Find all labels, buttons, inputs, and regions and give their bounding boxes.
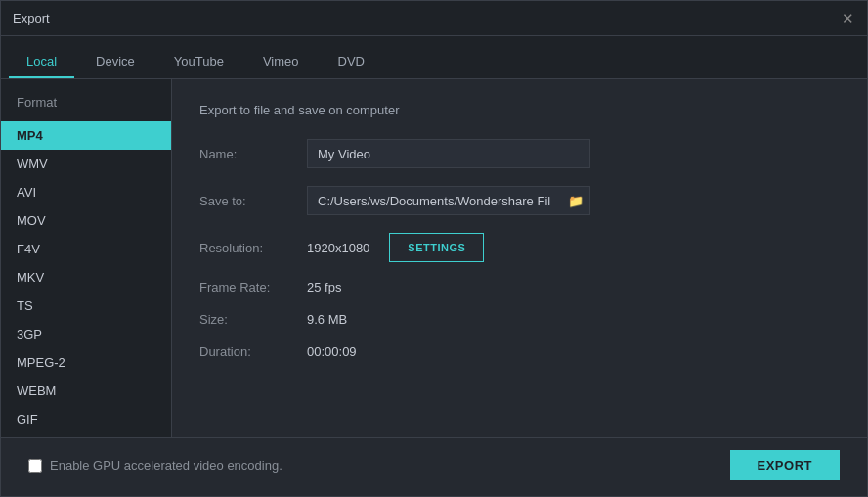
tab-dvd[interactable]: DVD — [321, 46, 382, 78]
size-value: 9.6 MB — [307, 312, 347, 327]
tab-bar: Local Device YouTube Vimeo DVD — [1, 36, 867, 79]
framerate-row: Frame Rate: 25 fps — [199, 280, 840, 294]
settings-button[interactable]: SETTINGS — [389, 233, 484, 262]
sidebar-item-wmv[interactable]: WMV — [1, 150, 171, 178]
sidebar-item-avi[interactable]: AVI — [1, 178, 171, 206]
export-button[interactable]: EXPORT — [730, 450, 840, 480]
sidebar-item-mov[interactable]: MOV — [1, 206, 171, 235]
close-button[interactable]: ✕ — [840, 11, 855, 26]
title-bar: Export ✕ — [1, 1, 867, 36]
gpu-label: Enable GPU accelerated video encoding. — [50, 458, 282, 473]
sidebar-item-3gp[interactable]: 3GP — [1, 320, 171, 348]
saveto-row: Save to: 📁 — [199, 186, 840, 215]
tab-device[interactable]: Device — [78, 46, 152, 78]
resolution-value: 1920x1080 — [307, 241, 369, 255]
sidebar-item-mpeg2[interactable]: MPEG-2 — [1, 348, 171, 377]
sidebar-item-ts[interactable]: TS — [1, 292, 171, 320]
export-window: Export ✕ Local Device YouTube Vimeo DVD … — [0, 0, 868, 497]
resolution-label: Resolution: — [199, 241, 307, 255]
duration-value: 00:00:09 — [307, 344, 357, 359]
tab-vimeo[interactable]: Vimeo — [245, 46, 317, 78]
main-content: Format MP4 WMV AVI MOV F4V MKV TS 3GP MP… — [1, 79, 867, 437]
saveto-input[interactable] — [307, 186, 561, 215]
sidebar-item-mp4[interactable]: MP4 — [1, 121, 171, 150]
duration-row: Duration: 00:00:09 — [199, 344, 840, 359]
resolution-row: Resolution: 1920x1080 SETTINGS — [199, 233, 840, 262]
framerate-label: Frame Rate: — [199, 280, 307, 294]
bottom-bar: Enable GPU accelerated video encoding. E… — [1, 437, 867, 496]
sidebar-header: Format — [1, 95, 171, 121]
sidebar-item-mkv[interactable]: MKV — [1, 263, 171, 292]
tab-local[interactable]: Local — [9, 46, 74, 78]
panel-title: Export to file and save on computer — [199, 103, 840, 117]
size-label: Size: — [199, 312, 307, 327]
size-row: Size: 9.6 MB — [199, 312, 840, 327]
name-input[interactable] — [307, 139, 590, 168]
content-panel: Export to file and save on computer Name… — [172, 79, 867, 437]
sidebar: Format MP4 WMV AVI MOV F4V MKV TS 3GP MP… — [1, 79, 172, 437]
folder-icon: 📁 — [568, 194, 584, 208]
tab-youtube[interactable]: YouTube — [156, 46, 241, 78]
sidebar-item-gif[interactable]: GIF — [1, 405, 171, 433]
name-label: Name: — [199, 147, 307, 161]
name-row: Name: — [199, 139, 840, 168]
folder-browse-button[interactable]: 📁 — [561, 186, 590, 215]
duration-label: Duration: — [199, 344, 307, 359]
saveto-label: Save to: — [199, 194, 307, 208]
window-title: Export — [13, 11, 50, 25]
saveto-input-row: 📁 — [307, 186, 590, 215]
resolution-value-row: 1920x1080 SETTINGS — [307, 233, 484, 262]
gpu-row: Enable GPU accelerated video encoding. — [28, 458, 282, 473]
sidebar-item-f4v[interactable]: F4V — [1, 235, 171, 263]
gpu-checkbox[interactable] — [28, 459, 42, 473]
sidebar-item-webm[interactable]: WEBM — [1, 377, 171, 405]
framerate-value: 25 fps — [307, 280, 341, 294]
